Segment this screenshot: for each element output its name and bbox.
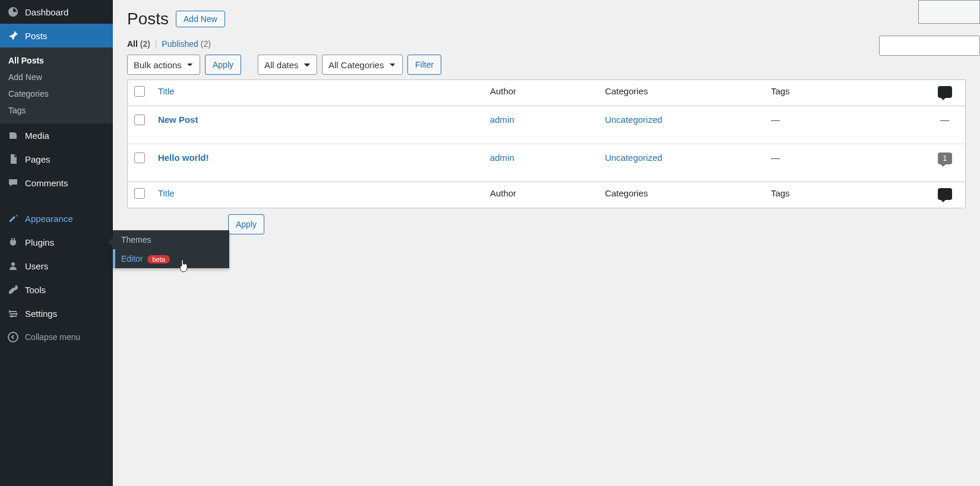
submenu-categories[interactable]: Categories <box>0 85 113 102</box>
apply-bulk-button-bottom[interactable]: Apply <box>228 214 264 234</box>
column-comments[interactable] <box>925 80 966 106</box>
sidebar-item-posts[interactable]: Posts <box>0 24 113 47</box>
users-icon <box>7 260 19 272</box>
category-filter-select[interactable]: All Categories <box>322 55 403 75</box>
tablenav-bottom: Apply <box>127 214 966 234</box>
sidebar-label: Dashboard <box>25 7 68 17</box>
filter-button[interactable]: Filter <box>407 55 441 75</box>
view-filters: All (2) | Published (2) <box>127 39 966 49</box>
select-all-checkbox-foot[interactable] <box>134 188 145 199</box>
sidebar-label: Posts <box>25 31 48 41</box>
sidebar-item-appearance[interactable]: Appearance <box>0 207 113 230</box>
view-all[interactable]: All (2) <box>127 39 150 49</box>
search-posts-input[interactable] <box>879 36 980 56</box>
sidebar-label: Collapse menu <box>25 332 80 342</box>
pages-icon <box>7 153 19 165</box>
admin-sidebar: Dashboard Posts All Posts Add New Catego… <box>0 0 113 486</box>
settings-icon <box>7 307 19 319</box>
column-tags-foot[interactable]: Tags <box>765 182 925 208</box>
sidebar-item-dashboard[interactable]: Dashboard <box>0 0 113 24</box>
comment-icon <box>938 86 952 98</box>
tablenav-top: Bulk actions Apply All dates All Categor… <box>127 55 966 75</box>
row-checkbox[interactable] <box>134 153 145 163</box>
sidebar-label: Media <box>25 131 49 141</box>
comment-count-bubble[interactable]: 1 <box>938 153 952 164</box>
sidebar-item-settings[interactable]: Settings <box>0 301 113 325</box>
category-link[interactable]: Uncategorized <box>605 115 662 125</box>
collapse-icon <box>7 331 19 343</box>
sidebar-item-tools[interactable]: Tools <box>0 278 113 301</box>
post-title-link[interactable]: New Post <box>158 115 198 125</box>
column-author[interactable]: Author <box>484 80 599 106</box>
bulk-actions-select[interactable]: Bulk actions <box>127 55 200 75</box>
apply-bulk-button[interactable]: Apply <box>205 55 241 75</box>
submenu-all-posts[interactable]: All Posts <box>0 52 113 69</box>
sidebar-label: Tools <box>25 285 46 295</box>
svg-point-0 <box>8 332 18 342</box>
column-tags[interactable]: Tags <box>765 80 925 106</box>
sidebar-item-media[interactable]: Media <box>0 123 113 147</box>
appearance-flyout: Themes Editor beta <box>113 230 229 268</box>
sidebar-item-pages[interactable]: Pages <box>0 147 113 171</box>
add-new-button[interactable]: Add New <box>176 11 225 27</box>
row-checkbox[interactable] <box>134 115 145 125</box>
sidebar-label: Users <box>25 261 48 271</box>
sidebar-label: Pages <box>25 154 50 164</box>
comments-cell: — <box>940 115 949 125</box>
sidebar-label: Plugins <box>25 237 54 247</box>
flyout-editor-label: Editor <box>121 254 143 263</box>
author-link[interactable]: admin <box>490 153 514 163</box>
date-filter-select[interactable]: All dates <box>258 55 317 75</box>
tags-cell: — <box>771 115 780 125</box>
select-all-checkbox[interactable] <box>134 86 145 97</box>
column-title-foot[interactable]: Title <box>152 182 484 208</box>
sidebar-label: Comments <box>25 178 68 188</box>
flyout-themes[interactable]: Themes <box>113 230 229 249</box>
category-link[interactable]: Uncategorized <box>605 153 662 163</box>
submenu-tags[interactable]: Tags <box>0 102 113 119</box>
author-link[interactable]: admin <box>490 115 514 125</box>
sidebar-item-plugins[interactable]: Plugins <box>0 230 113 254</box>
sidebar-label: Appearance <box>25 214 73 224</box>
flyout-editor[interactable]: Editor beta <box>113 249 229 268</box>
posts-submenu: All Posts Add New Categories Tags <box>0 47 113 123</box>
tags-cell: — <box>771 153 780 163</box>
post-title-link[interactable]: Hello world! <box>158 153 209 163</box>
table-row: New Post admin Uncategorized — — <box>128 106 966 144</box>
column-author-foot[interactable]: Author <box>484 182 599 208</box>
submenu-add-new[interactable]: Add New <box>0 69 113 85</box>
column-categories-foot[interactable]: Categories <box>599 182 765 208</box>
dashboard-icon <box>7 6 19 18</box>
page-title: Posts <box>127 9 169 28</box>
sidebar-label: Settings <box>25 309 57 319</box>
screen-options-button[interactable] <box>918 0 980 24</box>
content-area: Posts Add New All (2) | Published (2) Bu… <box>113 0 980 486</box>
sidebar-item-comments[interactable]: Comments <box>0 171 113 195</box>
collapse-menu[interactable]: Collapse menu <box>0 325 113 349</box>
comments-icon <box>7 177 19 189</box>
comment-icon <box>938 188 952 200</box>
column-comments-foot[interactable] <box>925 182 966 208</box>
sidebar-item-users[interactable]: Users <box>0 254 113 278</box>
plugins-icon <box>7 236 19 248</box>
column-categories[interactable]: Categories <box>599 80 765 106</box>
pin-icon <box>7 30 19 42</box>
flyout-arrow-icon <box>108 237 113 247</box>
view-published[interactable]: Published (2) <box>162 39 211 49</box>
table-row: Hello world! admin Uncategorized — 1 <box>128 144 966 182</box>
appearance-icon <box>7 212 19 224</box>
column-title[interactable]: Title <box>152 80 484 106</box>
media-icon <box>7 129 19 141</box>
tools-icon <box>7 284 19 296</box>
beta-badge: beta <box>147 255 169 263</box>
posts-table: Title Author Categories Tags New Post ad… <box>127 80 966 208</box>
